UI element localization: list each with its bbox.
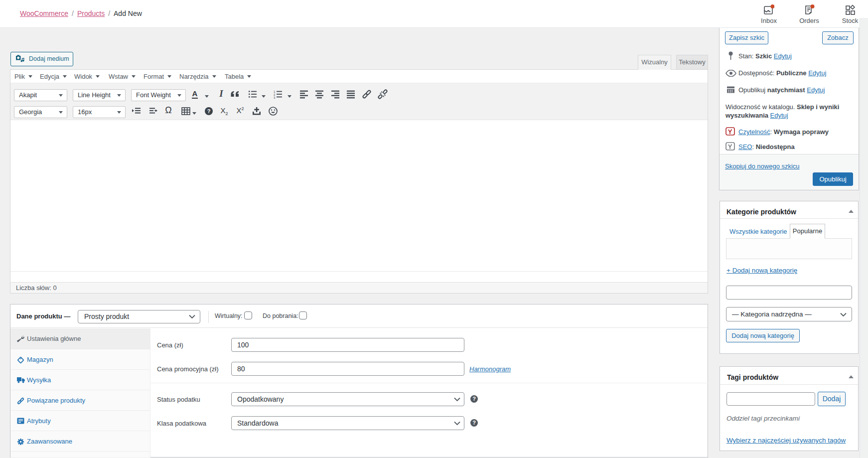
svg-text:?: ?	[207, 108, 211, 114]
svg-text:3: 3	[274, 96, 276, 99]
